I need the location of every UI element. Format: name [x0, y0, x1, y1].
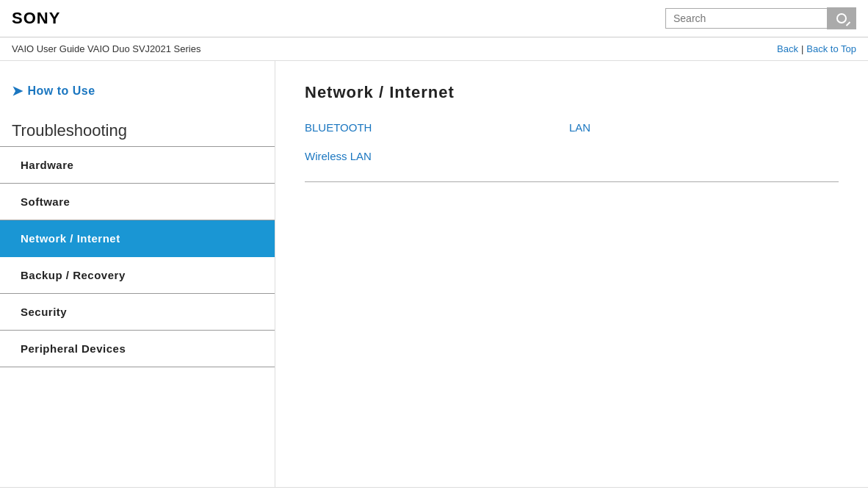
how-to-use-section: ➤ How to Use — [0, 76, 275, 114]
back-to-top-link[interactable]: Back to Top — [806, 43, 856, 54]
links-grid: BLUETOOTH LAN Wireless LAN — [305, 117, 819, 167]
bluetooth-link[interactable]: BLUETOOTH — [305, 117, 554, 138]
search-area — [665, 7, 856, 29]
search-button[interactable] — [827, 7, 856, 29]
breadcrumb-title: VAIO User Guide VAIO Duo SVJ2021 Series — [12, 43, 200, 54]
content-area: Network / Internet BLUETOOTH LAN Wireles… — [275, 61, 868, 487]
troubleshooting-header: Troubleshooting — [0, 114, 275, 147]
nav-links: Back | Back to Top — [777, 43, 856, 54]
wireless-lan-link[interactable]: Wireless LAN — [305, 145, 554, 167]
lan-link[interactable]: LAN — [569, 117, 819, 138]
breadcrumb-bar: VAIO User Guide VAIO Duo SVJ2021 Series … — [0, 37, 868, 61]
sony-logo: SONY — [12, 9, 60, 28]
content-title: Network / Internet — [305, 83, 839, 102]
header: SONY — [0, 0, 868, 37]
sidebar-item-security[interactable]: Security — [0, 294, 275, 331]
how-to-use-label: How to Use — [28, 84, 95, 98]
footer: © 2012 Sony Corporation — [0, 487, 868, 501]
search-icon — [836, 13, 847, 24]
sidebar-item-peripheral-devices[interactable]: Peripheral Devices — [0, 331, 275, 367]
sidebar-item-software[interactable]: Software — [0, 184, 275, 220]
search-input[interactable] — [665, 8, 827, 29]
nav-separator: | — [801, 43, 803, 54]
sidebar: ➤ How to Use Troubleshooting Hardware So… — [0, 61, 275, 487]
content-divider — [305, 181, 839, 182]
back-link[interactable]: Back — [777, 43, 798, 54]
sidebar-item-hardware[interactable]: Hardware — [0, 147, 275, 184]
main-layout: ➤ How to Use Troubleshooting Hardware So… — [0, 61, 868, 487]
chevron-right-icon: ➤ — [12, 83, 23, 99]
sidebar-item-network-internet[interactable]: Network / Internet — [0, 220, 275, 257]
sidebar-item-backup-recovery[interactable]: Backup / Recovery — [0, 257, 275, 294]
how-to-use-link[interactable]: ➤ How to Use — [12, 83, 263, 99]
